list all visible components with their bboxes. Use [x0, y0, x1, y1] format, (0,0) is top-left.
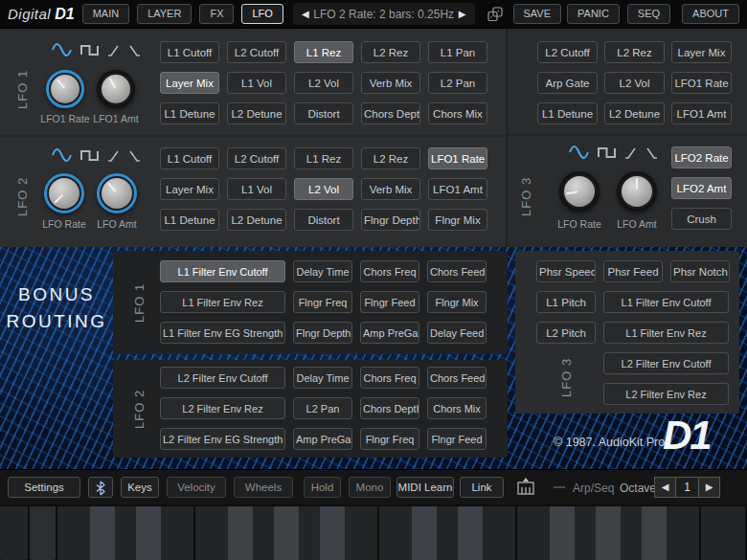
routing-button[interactable]: Arp Gate	[537, 72, 598, 94]
bonus-routing-button[interactable]: Flngr Freq	[360, 428, 419, 450]
octave-up-button[interactable]: ▶	[698, 477, 720, 498]
square-wave-icon[interactable]	[598, 146, 616, 159]
randomize-dice-icon[interactable]	[487, 6, 504, 23]
lfo1-amt-knob[interactable]	[97, 70, 135, 108]
lfo2-rate-knob[interactable]	[44, 173, 84, 213]
bonus-routing-button[interactable]: L2 Filter Env EG Strength	[160, 428, 285, 450]
bonus-routing-button[interactable]: Amp PreGain	[293, 428, 352, 450]
bonus-routing-button[interactable]: Chors Depth	[360, 397, 419, 419]
routing-button[interactable]: Verb Mix	[361, 178, 420, 200]
routing-button[interactable]: L1 Rez	[294, 41, 353, 63]
routing-button[interactable]: L2 Cutoff	[227, 41, 286, 63]
black-key[interactable]	[458, 506, 483, 560]
bonus-routing-button[interactable]: L2 Filter Env Cutoff	[160, 367, 285, 389]
bonus-routing-button[interactable]: Delay Feed	[427, 322, 487, 344]
bonus-routing-button[interactable]: Phsr Feed	[603, 260, 663, 282]
routing-button[interactable]: Layer Mix	[671, 41, 732, 63]
routing-button[interactable]: L1 Pan	[428, 41, 487, 63]
lfo1-rate-knob[interactable]	[46, 70, 84, 108]
octave-key-left[interactable]	[0, 506, 28, 560]
velocity-button[interactable]: Velocity	[167, 477, 226, 498]
wheels-button[interactable]: Wheels	[234, 477, 293, 498]
bluetooth-icon[interactable]	[88, 477, 113, 498]
routing-button[interactable]: L2 Rez	[361, 41, 420, 63]
sine-wave-icon[interactable]	[52, 42, 72, 56]
bonus-routing-button[interactable]: L2 Filter Env Rez	[160, 397, 285, 419]
bonus-routing-button[interactable]: L2 Pitch	[536, 322, 596, 344]
lfo2-amt-knob[interactable]	[97, 173, 137, 213]
square-wave-icon[interactable]	[80, 43, 99, 56]
black-key[interactable]	[90, 506, 115, 560]
bonus-routing-button[interactable]: L2 Pan	[293, 397, 352, 419]
routing-button[interactable]: L2 Pan	[428, 72, 487, 94]
bonus-routing-button[interactable]: Flngr Depth	[293, 322, 352, 344]
ramp-up-icon[interactable]	[624, 146, 637, 159]
seq-button[interactable]: SEQ	[627, 4, 670, 24]
bonus-routing-button[interactable]: Chors Feed	[427, 367, 487, 389]
bonus-routing-button[interactable]: L1 Filter Env Rez	[160, 291, 285, 313]
routing-button[interactable]: Distort	[294, 209, 353, 231]
routing-button[interactable]: L2 Detune	[227, 102, 286, 124]
octave-key-right[interactable]	[30, 506, 56, 560]
routing-button[interactable]: L2 Vol	[604, 72, 665, 94]
routing-button[interactable]: L2 Detune	[227, 209, 286, 231]
routing-button[interactable]: L2 Cutoff	[537, 41, 598, 63]
routing-button[interactable]: Flngr Mix	[428, 209, 487, 231]
black-key[interactable]	[596, 506, 621, 560]
black-key[interactable]	[228, 506, 253, 560]
routing-button[interactable]: L2 Detune	[604, 102, 665, 124]
bonus-routing-button[interactable]: L2 Filter Env Cutoff	[603, 352, 729, 374]
keyboard-icon[interactable]	[516, 477, 535, 496]
ramp-up-icon[interactable]	[107, 149, 120, 162]
routing-button[interactable]: LFO2 Amt	[671, 177, 732, 199]
save-button[interactable]: SAVE	[513, 4, 562, 24]
bonus-routing-button[interactable]: Flngr Feed	[360, 291, 419, 313]
link-button[interactable]: Link	[460, 477, 504, 498]
bonus-routing-button[interactable]: Chors Feed	[427, 260, 487, 282]
black-key[interactable]	[412, 506, 437, 560]
settings-button[interactable]: Settings	[8, 477, 80, 498]
bonus-routing-button[interactable]: Chors Mix	[427, 397, 487, 419]
bonus-routing-button[interactable]: L1 Filter Env EG Strength	[160, 322, 285, 344]
routing-button[interactable]: LFO1 Rate	[428, 147, 487, 169]
bonus-routing-button[interactable]: Flngr Freq	[293, 291, 352, 313]
ramp-up-icon[interactable]	[107, 44, 120, 56]
nav-tab[interactable]: FX	[199, 4, 234, 24]
bonus-routing-button[interactable]: Flngr Feed	[427, 428, 487, 450]
routing-button[interactable]: Layer Mix	[160, 178, 219, 200]
routing-button[interactable]: Distort	[294, 102, 353, 124]
routing-button[interactable]: L2 Rez	[361, 147, 420, 169]
bonus-routing-button[interactable]: L1 Pitch	[536, 291, 596, 313]
black-key[interactable]	[550, 506, 575, 560]
ramp-down-icon[interactable]	[128, 149, 141, 162]
bonus-routing-button[interactable]: Amp PreGain	[360, 322, 419, 344]
bonus-routing-button[interactable]: Delay Time	[293, 260, 352, 282]
routing-button[interactable]: LFO1 Rate	[671, 72, 732, 94]
routing-button[interactable]: L1 Detune	[160, 102, 219, 124]
routing-button[interactable]: Verb Mix	[361, 72, 420, 94]
black-key[interactable]	[136, 506, 161, 560]
square-wave-icon[interactable]	[80, 148, 99, 162]
bonus-routing-button[interactable]: L1 Filter Env Cutoff	[160, 260, 285, 282]
nav-tab[interactable]: LFO	[241, 4, 283, 24]
ramp-down-icon[interactable]	[128, 44, 141, 56]
arp-seq-label[interactable]: Arp/Seq	[573, 482, 614, 495]
routing-button[interactable]: Crush	[671, 208, 732, 230]
bonus-routing-button[interactable]: Chors Freq	[360, 260, 419, 282]
routing-button[interactable]: L1 Cutoff	[160, 147, 219, 169]
routing-button[interactable]: LFO2 Rate	[671, 146, 732, 168]
midi-learn-button[interactable]: MIDI Learn	[396, 477, 454, 498]
routing-button[interactable]: L1 Rez	[294, 147, 353, 169]
routing-button[interactable]: L2 Vol	[294, 178, 353, 200]
about-button[interactable]: ABOUT	[682, 4, 739, 24]
bonus-routing-button[interactable]: Phsr Speed	[536, 260, 596, 282]
routing-button[interactable]: L1 Detune	[537, 102, 598, 124]
routing-button[interactable]: LFO1 Amt	[428, 178, 487, 200]
hold-button[interactable]: Hold	[304, 477, 341, 498]
lfo3-rate-knob[interactable]	[559, 171, 600, 212]
arp-toggle[interactable]	[554, 486, 565, 488]
panic-button[interactable]: PANIC	[567, 4, 620, 24]
routing-button[interactable]: LFO1 Amt	[671, 102, 732, 124]
sine-wave-icon[interactable]	[569, 145, 589, 159]
param-prev-arrow[interactable]: ◀	[302, 9, 309, 19]
